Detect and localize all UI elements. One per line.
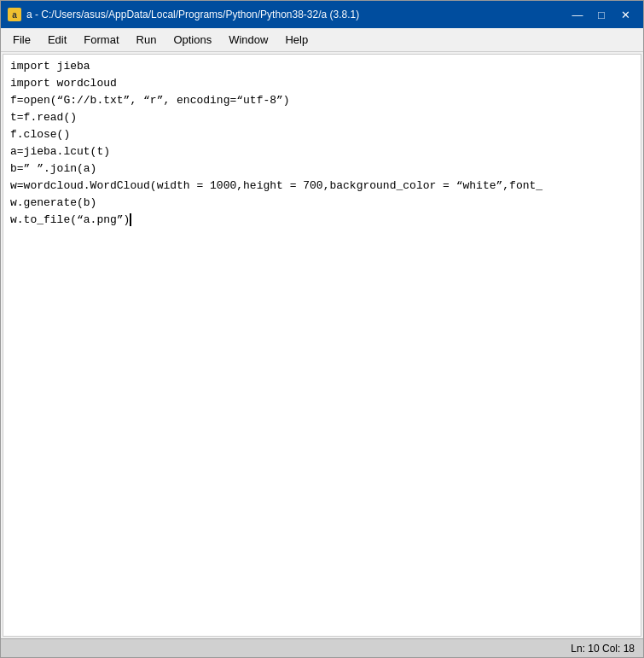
main-window: a a - C:/Users/asus/AppData/Local/Progra… bbox=[0, 0, 644, 658]
menu-bar: File Edit Format Run Options Window Help bbox=[1, 28, 643, 52]
text-cursor bbox=[130, 213, 131, 226]
menu-help[interactable]: Help bbox=[276, 30, 316, 49]
code-line-2: import wordcloud bbox=[10, 75, 634, 92]
code-line-8: w=wordcloud.WordCloud(width = 1000,heigh… bbox=[10, 178, 634, 195]
window-controls: — □ ✕ bbox=[566, 6, 636, 23]
menu-format[interactable]: Format bbox=[75, 30, 127, 49]
code-editor[interactable]: import jieba import wordcloud f=open(“G:… bbox=[3, 54, 641, 637]
code-line-5: f.close() bbox=[10, 126, 634, 143]
menu-run[interactable]: Run bbox=[128, 30, 165, 49]
menu-edit[interactable]: Edit bbox=[39, 30, 75, 49]
status-bar: Ln: 10 Col: 18 bbox=[1, 638, 643, 657]
code-line-6: a=jieba.lcut(t) bbox=[10, 143, 634, 160]
code-line-1: import jieba bbox=[10, 58, 634, 75]
minimize-button[interactable]: — bbox=[566, 6, 589, 23]
maximize-button[interactable]: □ bbox=[590, 6, 612, 23]
title-bar-left: a a - C:/Users/asus/AppData/Local/Progra… bbox=[8, 8, 359, 21]
code-line-3: f=open(“G://b.txt”, “r”, encoding=“utf-8… bbox=[10, 92, 634, 109]
title-bar: a a - C:/Users/asus/AppData/Local/Progra… bbox=[1, 1, 643, 28]
code-line-7: b=” ”.join(a) bbox=[10, 160, 634, 178]
cursor-position: Ln: 10 Col: 18 bbox=[571, 643, 635, 655]
menu-options[interactable]: Options bbox=[165, 30, 220, 49]
close-button[interactable]: ✕ bbox=[614, 6, 636, 23]
code-line-4: t=f.read() bbox=[10, 109, 634, 126]
menu-window[interactable]: Window bbox=[220, 30, 276, 49]
code-line-9: w.generate(b) bbox=[10, 195, 634, 212]
menu-file[interactable]: File bbox=[4, 30, 39, 49]
app-icon: a bbox=[8, 8, 21, 21]
code-line-10: w.to_file(“a.png”) bbox=[10, 212, 634, 229]
window-title: a - C:/Users/asus/AppData/Local/Programs… bbox=[26, 9, 359, 20]
